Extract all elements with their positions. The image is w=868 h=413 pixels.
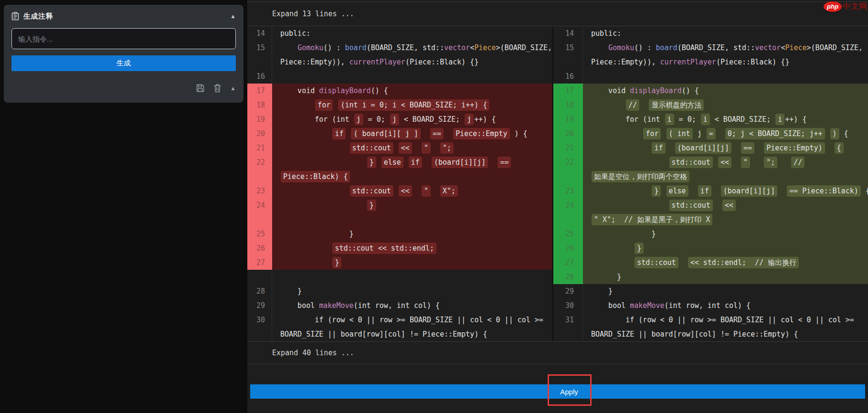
command-input[interactable]: [11, 28, 236, 49]
line-number: 20: [553, 127, 583, 141]
code-row: 25 }: [553, 227, 868, 241]
code-row: " X"; // 如果是黑子，则打印 X: [553, 212, 868, 227]
code-row: 31 if (row < 0 || row >= BOARD_SIZE || c…: [553, 313, 868, 327]
line-number: [553, 169, 583, 184]
line-number: 24: [247, 198, 272, 212]
code-row: 16: [553, 69, 868, 84]
line-number: [247, 55, 272, 69]
line-number: [553, 55, 583, 69]
line-number: 19: [247, 112, 272, 127]
panel-collapse-icon[interactable]: ▲: [230, 13, 236, 19]
line-number: 29: [247, 298, 272, 313]
line-number: [553, 327, 583, 341]
code-line: if (row < 0 || row >= BOARD_SIZE || col …: [583, 313, 868, 327]
sidebar: 生成注释 ▲ 生成 ▲: [0, 0, 247, 413]
code-row: 25 }: [247, 227, 552, 241]
code-line: if ( board[i][ j ] == Piece::Empty ) {: [272, 127, 552, 141]
line-number: 18: [247, 98, 272, 112]
line-number: 25: [247, 227, 272, 241]
line-number: 26: [553, 241, 583, 255]
code-line: if (board[i][j] == Piece::Empty) {: [583, 141, 868, 155]
diff-pane-modified: 14public:15 Gomoku() : board(BOARD_SIZE,…: [553, 26, 868, 341]
code-row: [247, 270, 552, 284]
code-line: [272, 69, 552, 84]
code-row: 23 } else if (board[i][j] == Piece::Blac…: [553, 184, 868, 198]
code-row: [247, 212, 552, 227]
code-row: Piece::Black) {: [247, 169, 552, 184]
panel-title: 生成注释: [23, 12, 230, 21]
code-line: Gomoku() : board(BOARD_SIZE, std::vector…: [583, 41, 868, 55]
code-line: bool makeMove(int row, int col) {: [272, 298, 552, 313]
code-line: std::cout << " ";: [272, 141, 552, 155]
code-line: }: [583, 227, 868, 241]
line-number: 18: [553, 98, 583, 112]
diff-editor: Expand 13 lines ... 14public:15 Gomoku()…: [247, 0, 868, 413]
line-number: 22: [247, 155, 272, 169]
line-number: 30: [247, 313, 272, 327]
code-row: 30 bool makeMove(int row, int col) {: [553, 298, 868, 313]
code-line: for ( int j = 0; j < BOARD_SIZE; j++ ) {: [583, 127, 868, 141]
code-line: Gomoku() : board(BOARD_SIZE, std::vector…: [272, 41, 552, 55]
code-row: 26 std::cout << std::endl;: [247, 241, 552, 255]
line-number: [247, 327, 272, 341]
code-row: BOARD_SIZE || board[row][col] != Piece::…: [553, 327, 868, 341]
code-line: BOARD_SIZE || board[row][col] != Piece::…: [272, 327, 552, 341]
code-line: } else if (board[i][j] ==: [272, 155, 552, 169]
code-line: std::cout <<: [583, 198, 868, 212]
code-line: std::cout << " "; //: [583, 155, 868, 169]
code-row: 30 if (row < 0 || row >= BOARD_SIZE || c…: [247, 313, 552, 327]
line-number: 31: [553, 313, 583, 327]
expand-lines-bottom[interactable]: Expand 40 lines ...: [247, 341, 868, 364]
apply-button-label: Apply: [560, 388, 578, 396]
line-number: 17: [553, 84, 583, 98]
code-line: void displayBoard() {: [583, 84, 868, 98]
code-row: 28 }: [247, 284, 552, 298]
line-number: 14: [553, 26, 583, 41]
code-row: 20 if ( board[i][ j ] == Piece::Empty ) …: [247, 127, 552, 141]
line-number: 22: [553, 155, 583, 169]
code-line: std::cout << std::endl;: [272, 241, 552, 255]
php-logo-icon: php: [824, 1, 842, 12]
code-row: 22 } else if (board[i][j] ==: [247, 155, 552, 169]
line-number: 20: [247, 127, 272, 141]
line-number: [247, 212, 272, 227]
line-number: 23: [247, 184, 272, 198]
code-row: 如果是空位，则打印两个空格: [553, 169, 868, 184]
code-line: } else if (board[i][j] == Piece::Black) …: [583, 184, 868, 198]
code-row: 15 Gomoku() : board(BOARD_SIZE, std::vec…: [553, 41, 868, 55]
code-line: public:: [583, 26, 868, 41]
clipboard-icon: [11, 12, 19, 21]
code-line: BOARD_SIZE || board[row][col] != Piece::…: [583, 327, 868, 341]
diff-view: 14public:15 Gomoku() : board(BOARD_SIZE,…: [247, 26, 868, 341]
apply-button[interactable]: Apply: [250, 384, 865, 399]
code-line: std::cout << " X";: [272, 184, 552, 198]
code-row: 14public:: [247, 26, 552, 41]
line-number: 23: [553, 184, 583, 198]
code-line: }: [583, 284, 868, 298]
line-number: 21: [553, 141, 583, 155]
code-line: Piece::Empty)), currentPlayer(Piece::Bla…: [583, 55, 868, 69]
line-number: [247, 270, 272, 284]
line-number: 24: [553, 198, 583, 212]
line-number: 27: [247, 255, 272, 270]
code-row: 21 std::cout << " ";: [247, 141, 552, 155]
generate-button[interactable]: 生成: [11, 55, 236, 71]
code-line: [583, 69, 868, 84]
trash-icon[interactable]: [213, 84, 222, 93]
code-row: 22 std::cout << " "; //: [553, 155, 868, 169]
expand-lines-top[interactable]: Expand 13 lines ...: [247, 1, 868, 26]
line-number: 26: [247, 241, 272, 255]
code-line: for (int i = 0; i < BOARD_SIZE; i++) {: [583, 112, 868, 127]
code-row: 15 Gomoku() : board(BOARD_SIZE, std::vec…: [247, 41, 552, 55]
line-number: 15: [553, 41, 583, 55]
diff-pane-original: 14public:15 Gomoku() : board(BOARD_SIZE,…: [247, 26, 552, 341]
collapse-up-icon[interactable]: ▲: [230, 85, 236, 91]
code-line: 如果是空位，则打印两个空格: [583, 169, 868, 184]
code-row: Piece::Empty)), currentPlayer(Piece::Bla…: [553, 55, 868, 69]
line-number: 15: [247, 41, 272, 55]
code-line: [272, 270, 552, 284]
save-icon[interactable]: [196, 84, 205, 93]
line-number: 29: [553, 284, 583, 298]
line-number: 28: [247, 284, 272, 298]
code-row: 18 for (int i = 0; i < BOARD_SIZE; i++) …: [247, 98, 552, 112]
